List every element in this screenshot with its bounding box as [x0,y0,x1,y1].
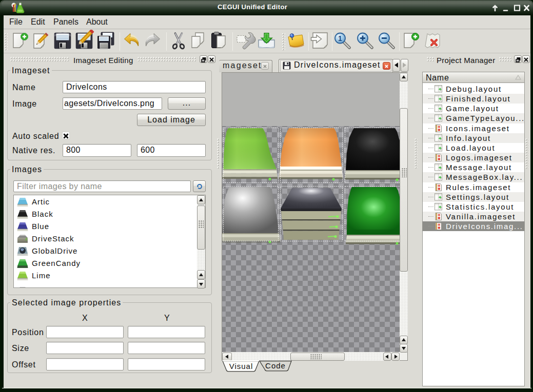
svg-text:Code: Code [265,361,286,370]
svg-text:1: 1 [338,34,342,43]
svg-text:Visual: Visual [229,362,253,370]
